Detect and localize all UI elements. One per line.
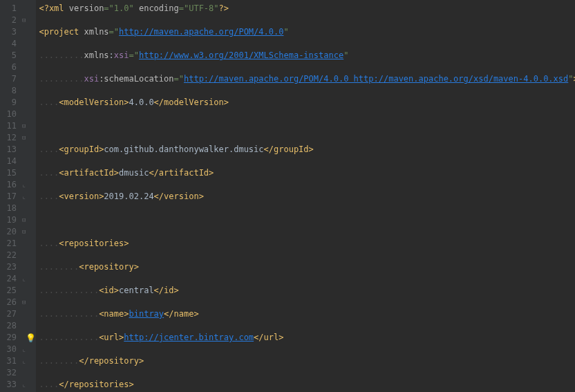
line-number: 15 (3, 167, 17, 179)
line-number: 22 (3, 250, 17, 261)
code-area[interactable]: <?xml version="1.0" encoding="UTF-8"?> <… (36, 0, 575, 392)
line-number: 3 (3, 26, 17, 38)
line-number: 2 (3, 15, 17, 26)
line-number: 25 (3, 285, 17, 297)
line-number: 12 (3, 132, 17, 144)
line-number: 6 (3, 62, 17, 73)
code-line[interactable]: ............<url>http://jcenter.bintray.… (39, 332, 575, 344)
line-number: 8 (3, 85, 17, 97)
line-number: 16 (3, 179, 17, 191)
line-number: 18 (3, 203, 17, 214)
line-number: 1 (3, 3, 17, 15)
line-number: 14 (3, 156, 17, 167)
line-number: 27 (3, 308, 17, 320)
code-line[interactable]: .........xsi:schemaLocation="http://mave… (39, 73, 575, 85)
code-line[interactable]: ....<repositories> (39, 238, 575, 250)
intention-bulb-gutter[interactable]: 💡 (26, 0, 36, 392)
code-line[interactable]: ....</repositories> (39, 379, 575, 391)
line-number: 31 (3, 355, 17, 367)
line-number: 9 (3, 97, 17, 109)
line-number: 17 (3, 191, 17, 203)
line-number: 19 (3, 214, 17, 226)
line-number: 4 (3, 38, 17, 50)
line-number: 26 (3, 297, 17, 308)
code-line[interactable]: ........<repository> (39, 261, 575, 273)
line-number: 20 (3, 226, 17, 238)
line-number: 23 (3, 261, 17, 273)
code-line[interactable]: .........xmlns:xsi="http://www.w3.org/20… (39, 50, 575, 62)
intention-bulb-icon[interactable]: 💡 (26, 333, 36, 343)
code-line[interactable]: <?xml version="1.0" encoding="UTF-8"?> (39, 3, 575, 15)
line-number-gutter: 1234567891011121314151617181920212223242… (0, 0, 22, 392)
line-number: 32 (3, 367, 17, 379)
code-line[interactable]: ....<groupId>com.github.danthonywalker.d… (39, 144, 575, 156)
line-number: 30 (3, 344, 17, 355)
line-number: 28 (3, 320, 17, 332)
line-number: 7 (3, 73, 17, 85)
line-number: 13 (3, 144, 17, 156)
code-line[interactable]: ....<version>2019.02.24</version> (39, 191, 575, 203)
line-number: 33 (3, 379, 17, 391)
code-line[interactable]: <project xmlns="http://maven.apache.org/… (39, 26, 575, 38)
code-line[interactable]: ............<id>central</id> (39, 285, 575, 297)
line-number: 11 (3, 120, 17, 132)
code-line[interactable]: ....<modelVersion>4.0.0</modelVersion> (39, 97, 575, 109)
line-number: 21 (3, 238, 17, 250)
code-line[interactable] (39, 120, 575, 132)
line-number: 5 (3, 50, 17, 62)
code-line[interactable] (39, 214, 575, 226)
code-editor[interactable]: 1234567891011121314151617181920212223242… (0, 0, 575, 392)
code-line[interactable]: ............<name>bintray</name> (39, 308, 575, 320)
line-number: 10 (3, 109, 17, 120)
code-line[interactable]: ........</repository> (39, 355, 575, 367)
code-line[interactable]: ....<artifactId>dmusic</artifactId> (39, 167, 575, 179)
line-number: 29 (3, 332, 17, 344)
line-number: 24 (3, 273, 17, 285)
